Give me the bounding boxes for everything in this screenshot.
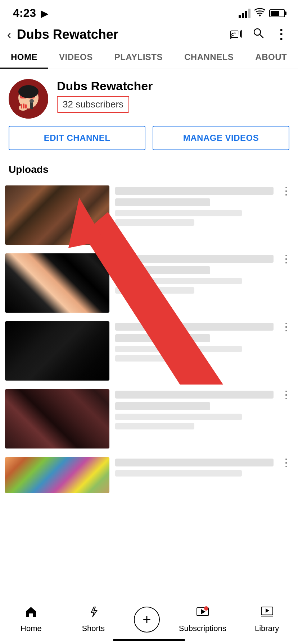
video-meta-placeholder bbox=[115, 414, 242, 420]
video-more-options[interactable]: ⋮ bbox=[279, 185, 293, 196]
svg-point-2 bbox=[230, 37, 231, 39]
video-title-placeholder-2 bbox=[115, 266, 210, 274]
video-info bbox=[115, 185, 274, 229]
video-more-options[interactable]: ⋮ bbox=[279, 389, 293, 400]
video-meta-placeholder-2 bbox=[115, 423, 194, 429]
video-title-placeholder-2 bbox=[115, 402, 210, 410]
video-meta-placeholder-2 bbox=[115, 219, 194, 226]
video-info bbox=[115, 321, 274, 364]
video-title-placeholder bbox=[115, 459, 274, 466]
edit-channel-button[interactable]: EDIT CHANNEL bbox=[9, 126, 145, 150]
video-item: ⋮ bbox=[0, 318, 298, 386]
tabs-bar: HOME VIDEOS PLAYLISTS CHANNELS ABOUT bbox=[0, 46, 298, 69]
video-item: ⋮ bbox=[0, 386, 298, 454]
tab-videos[interactable]: VIDEOS bbox=[48, 46, 104, 69]
video-meta-placeholder bbox=[115, 346, 242, 352]
video-title-placeholder bbox=[115, 323, 274, 331]
video-more-options[interactable]: ⋮ bbox=[279, 457, 293, 468]
video-title-placeholder-2 bbox=[115, 334, 210, 342]
create-button[interactable]: + bbox=[134, 607, 160, 632]
tab-about[interactable]: ABOUT bbox=[244, 46, 298, 69]
uploads-section-title: Uploads bbox=[0, 160, 298, 182]
nav-subscriptions[interactable]: Subscriptions bbox=[179, 606, 226, 633]
battery-icon bbox=[269, 9, 285, 17]
video-meta-placeholder-2 bbox=[115, 287, 194, 294]
video-more-options[interactable]: ⋮ bbox=[279, 321, 293, 332]
video-item: ⋮ bbox=[0, 250, 298, 318]
channel-meta: Dubs Rewatcher 32 subscribers bbox=[57, 79, 289, 113]
video-info bbox=[115, 457, 274, 479]
back-button[interactable]: ‹ bbox=[7, 28, 11, 41]
video-info bbox=[115, 389, 274, 432]
video-thumbnail[interactable] bbox=[5, 389, 109, 448]
video-title-placeholder bbox=[115, 187, 274, 195]
cast-icon[interactable]: ⬚ bbox=[230, 29, 242, 40]
library-icon bbox=[261, 606, 274, 622]
svg-rect-16 bbox=[25, 104, 27, 109]
channel-name: Dubs Rewatcher bbox=[57, 79, 289, 93]
video-meta-placeholder bbox=[115, 278, 242, 284]
nav-shorts[interactable]: Shorts bbox=[72, 606, 115, 633]
more-options-icon[interactable]: ⋮ bbox=[275, 27, 288, 42]
home-indicator bbox=[113, 639, 185, 641]
subscribers-count: 32 subscribers bbox=[57, 96, 129, 113]
subscriptions-icon bbox=[196, 606, 209, 622]
video-title-placeholder bbox=[115, 391, 274, 399]
video-title-placeholder bbox=[115, 255, 274, 263]
tab-home[interactable]: HOME bbox=[0, 46, 48, 69]
video-meta-placeholder-2 bbox=[115, 355, 194, 362]
action-buttons: EDIT CHANNEL MANAGE VIDEOS bbox=[0, 126, 298, 160]
video-info bbox=[115, 253, 274, 296]
svg-point-24 bbox=[204, 606, 208, 611]
svg-rect-27 bbox=[261, 616, 273, 617]
svg-marker-26 bbox=[266, 608, 269, 613]
status-time: 4:23 ▶ bbox=[13, 6, 48, 20]
video-thumbnail[interactable] bbox=[5, 185, 109, 245]
nav-library-label: Library bbox=[255, 624, 279, 633]
video-thumbnail[interactable] bbox=[5, 253, 109, 313]
svg-rect-14 bbox=[21, 104, 22, 109]
tab-channels[interactable]: CHANNELS bbox=[173, 46, 244, 69]
status-bar: 4:23 ▶ bbox=[0, 0, 298, 23]
nav-subscriptions-label: Subscriptions bbox=[179, 624, 226, 633]
nav-library[interactable]: Library bbox=[245, 606, 289, 633]
nav-home[interactable]: Home bbox=[9, 606, 53, 633]
manage-videos-button[interactable]: MANAGE VIDEOS bbox=[153, 126, 289, 150]
svg-point-0 bbox=[259, 15, 261, 17]
header: ‹ Dubs Rewatcher ⬚ ⋮ bbox=[0, 23, 298, 46]
nav-shorts-label: Shorts bbox=[82, 624, 105, 633]
channel-info: Dubs Rewatcher 32 subscribers bbox=[0, 69, 298, 126]
wifi-icon bbox=[254, 7, 266, 19]
svg-text:⬚: ⬚ bbox=[238, 30, 243, 36]
svg-point-12 bbox=[18, 85, 39, 98]
status-icons bbox=[239, 7, 285, 19]
video-thumbnail[interactable] bbox=[5, 321, 109, 381]
nav-home-label: Home bbox=[21, 624, 42, 633]
shorts-icon bbox=[87, 606, 100, 622]
home-icon bbox=[24, 606, 37, 622]
plus-icon: + bbox=[143, 612, 151, 627]
avatar bbox=[9, 79, 48, 119]
video-thumbnail[interactable] bbox=[5, 457, 109, 493]
video-meta-placeholder bbox=[115, 210, 242, 216]
video-more-options[interactable]: ⋮ bbox=[279, 253, 293, 264]
svg-rect-18 bbox=[30, 99, 34, 103]
video-meta-placeholder bbox=[115, 470, 242, 477]
search-icon[interactable] bbox=[253, 28, 264, 41]
video-item: ⋮ bbox=[0, 454, 298, 498]
video-item: ⋮ bbox=[0, 182, 298, 250]
signal-icon bbox=[239, 9, 250, 18]
tab-playlists[interactable]: PLAYLISTS bbox=[104, 46, 173, 69]
video-title-placeholder-2 bbox=[115, 198, 210, 206]
svg-rect-15 bbox=[23, 104, 24, 109]
channel-header-title: Dubs Rewatcher bbox=[17, 27, 118, 42]
bottom-nav: Home Shorts + Subscriptions bbox=[0, 599, 298, 644]
video-list: ⋮ ⋮ ⋮ ⋮ bbox=[0, 182, 298, 498]
